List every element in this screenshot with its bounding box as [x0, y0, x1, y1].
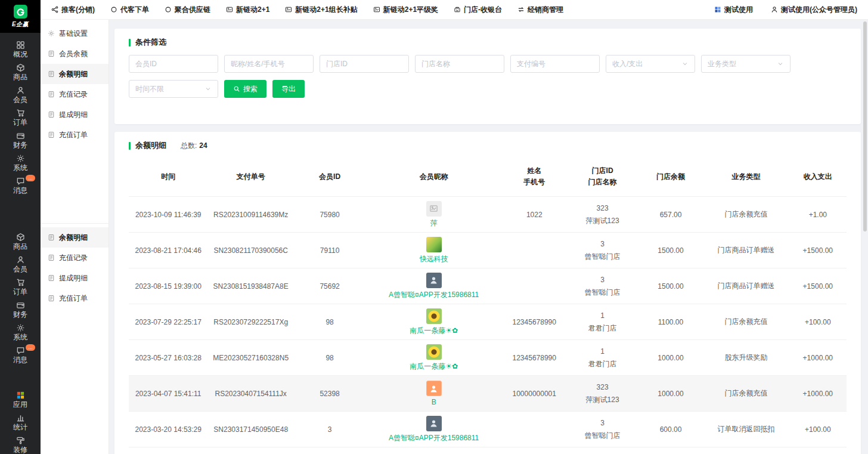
topnav-item[interactable]: 新链动2+1: [226, 5, 269, 15]
submenu-item-commission-detail[interactable]: 提成明细: [41, 104, 108, 125]
nickname-link[interactable]: A曾智聪¤APP开发15986811: [389, 290, 479, 300]
balance-cell: [638, 447, 703, 454]
submenu-item-label: 充值记录: [59, 253, 88, 263]
sidebar-item-member-2[interactable]: 会员: [0, 252, 41, 275]
table-row: 2023-04-07 15:41:11RS20230407154111Jx523…: [129, 376, 847, 412]
export-button[interactable]: 导出: [272, 80, 305, 98]
order-icon: [16, 278, 25, 287]
sidebar-item-goods[interactable]: 商品: [0, 60, 41, 83]
filter-row-1: 收入/支出业务类型: [129, 55, 847, 73]
submenu-item-commission-detail-2[interactable]: 提成明细: [41, 268, 108, 288]
store-name: 萍测试123: [569, 215, 636, 227]
sidebar-item-overview[interactable]: 概况: [0, 38, 41, 60]
export-button-label: 导出: [281, 85, 296, 92]
member-id-cell: 75980: [294, 197, 365, 233]
column-header: 时间: [129, 157, 207, 197]
sidebar-item-finance-2[interactable]: 财务: [0, 298, 41, 320]
doc-icon: [48, 131, 55, 138]
submenu-item-recharge-order[interactable]: 充值订单: [41, 125, 108, 145]
sidebar-item-label: 商品: [13, 73, 27, 81]
submenu-item-recharge-order-2[interactable]: 充值订单: [41, 288, 108, 308]
topnav-item[interactable]: 经销商管理: [517, 5, 563, 15]
topnav-item[interactable]: 新链动2+1平级奖: [373, 5, 438, 15]
store-name: 曾智聪门店: [569, 286, 636, 298]
submenu-item-balance-detail-2[interactable]: 余额明细: [41, 227, 108, 248]
sidebar-item-finance[interactable]: 财务: [0, 128, 41, 151]
sidebar-item-goods-2[interactable]: 商品: [0, 230, 41, 252]
nickname-link[interactable]: 南瓜一条藤☀✿: [410, 362, 458, 372]
filter-section-title: 条件筛选: [129, 37, 847, 48]
topnav-item[interactable]: 门店-收银台: [454, 5, 502, 15]
store-cell: 323萍测试123: [566, 376, 638, 412]
topnav-item[interactable]: 推客(分销): [51, 5, 95, 15]
amount-cell: +1500.00: [789, 268, 847, 304]
nickname-cell: 快远科技: [365, 233, 502, 268]
store-name: 萍测试123: [569, 394, 636, 406]
message-icon: [16, 346, 25, 355]
pay-no-cell: [207, 447, 293, 454]
submenu-item-basic-settings[interactable]: 基础设置: [41, 23, 108, 44]
sidebar-item-message[interactable]: 消息…: [0, 174, 41, 196]
topbar-user-item[interactable]: 测试使用: [714, 5, 753, 15]
table-section-title: 余额明细: [129, 140, 166, 151]
topbar-user-item[interactable]: 测试使用(公众号管理员): [771, 5, 857, 15]
submenu-item-recharge-record[interactable]: 充值记录: [41, 84, 108, 104]
time-cell: 2023-05-27 16:03:28: [129, 340, 207, 376]
nickname-link[interactable]: A曾智聪¤APP开发15986811: [389, 433, 479, 443]
pay-no-cell: ME20230527160328N5: [207, 340, 293, 376]
submenu-item-recharge-record-2[interactable]: 充值记录: [41, 248, 108, 268]
doc-icon: [48, 234, 55, 241]
sidebar-item-message-2[interactable]: 消息…: [0, 343, 41, 366]
nickname-cell: [365, 447, 502, 454]
store-id: 323: [569, 381, 636, 393]
filter-select-0[interactable]: 收入/支出: [606, 55, 695, 73]
nickname-link[interactable]: 南瓜一条藤☀✿: [410, 326, 458, 336]
store-cell: 3曾智聪门店: [566, 412, 638, 447]
topnav-item[interactable]: 代客下单: [110, 5, 149, 15]
nickname-cell: A曾智聪¤APP开发15986811: [365, 412, 502, 447]
nickname-link[interactable]: B: [432, 398, 436, 406]
filter-select-value: 收入/支出: [612, 59, 643, 69]
topnav-item-label: 推客(分销): [61, 5, 95, 15]
nickname-link[interactable]: 萍: [430, 218, 438, 228]
filter-input-2[interactable]: [320, 55, 409, 73]
time-filter-value: 时间不限: [135, 84, 164, 94]
manage-icon: [517, 6, 525, 13]
topnav-item[interactable]: 聚合供应链: [165, 5, 210, 15]
sidebar-item-apps[interactable]: 应用: [0, 388, 41, 410]
filter-input-1[interactable]: [224, 55, 314, 73]
photo-icon: [285, 6, 292, 13]
name-phone-cell: 10000000001: [502, 376, 566, 412]
time-cell: 2023-10-09 11:46:39: [129, 197, 207, 233]
sidebar-group: 概况商品会员订单财务系统消息…: [0, 38, 41, 196]
store-cell: 3: [566, 447, 638, 454]
search-button[interactable]: 搜索: [224, 80, 266, 98]
filter-input-3[interactable]: [415, 55, 504, 73]
scrollbar-thumb[interactable]: [863, 21, 867, 231]
filter-select-1[interactable]: 业务类型: [701, 55, 790, 73]
search-button-label: 搜索: [243, 85, 258, 92]
sidebar-item-order-2[interactable]: 订单: [0, 275, 41, 298]
sidebar-item-system-2[interactable]: 系统: [0, 320, 41, 343]
submenu-item-member-balance[interactable]: 会员余额: [41, 44, 108, 64]
nickname-link[interactable]: 快远科技: [420, 254, 448, 264]
submenu-item-balance-detail[interactable]: 余额明细: [41, 64, 108, 84]
sidebar-item-system[interactable]: 系统: [0, 151, 41, 174]
member-id-cell: 52398: [294, 376, 365, 412]
sidebar-item-label: 财务: [13, 141, 27, 149]
filter-input-0[interactable]: [129, 55, 218, 73]
sidebar-item-order[interactable]: 订单: [0, 106, 41, 128]
submenu-item-label: 提成明细: [59, 273, 88, 283]
sidebar-item-stats[interactable]: 统计: [0, 410, 41, 433]
topnav-item[interactable]: 新链动2+1组长补贴: [285, 5, 357, 15]
sidebar-item-label: 应用: [13, 401, 27, 408]
avatar: [426, 273, 442, 288]
time-filter-select[interactable]: 时间不限: [129, 80, 218, 98]
user-icon: [771, 6, 778, 13]
sidebar-item-design[interactable]: 装修: [0, 433, 41, 454]
filter-input-4[interactable]: [510, 55, 600, 73]
time-cell: 2023-03-20 14:53:29: [129, 412, 207, 447]
submenu-item-label: 充值订单: [59, 130, 88, 140]
sidebar-item-member[interactable]: 会员: [0, 83, 41, 106]
balance-cell: 1500.00: [638, 233, 703, 268]
